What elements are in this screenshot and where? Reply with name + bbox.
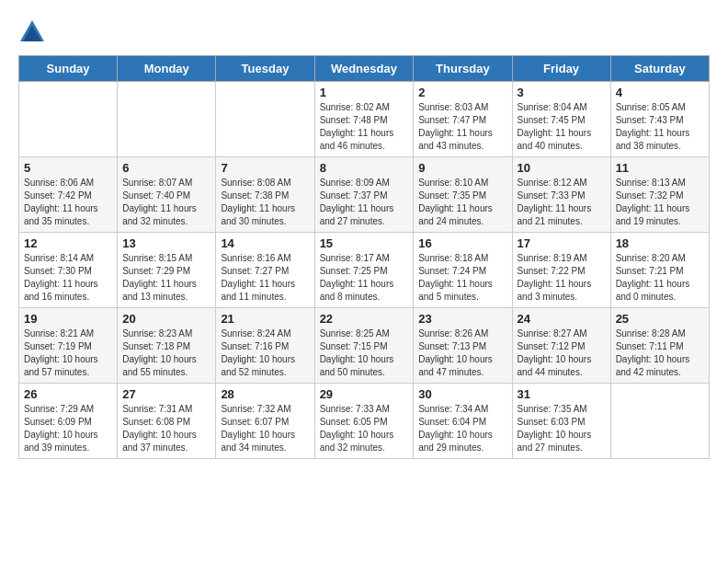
day-info: Sunrise: 8:20 AM Sunset: 7:21 PM Dayligh… [616,252,704,304]
calendar-cell: 30Sunrise: 7:34 AM Sunset: 6:04 PM Dayli… [414,384,512,459]
day-number: 13 [122,236,210,250]
calendar-cell: 18Sunrise: 8:20 AM Sunset: 7:21 PM Dayli… [610,233,709,308]
day-info: Sunrise: 8:10 AM Sunset: 7:35 PM Dayligh… [418,177,506,228]
calendar-week-row: 19Sunrise: 8:21 AM Sunset: 7:19 PM Dayli… [19,308,710,384]
calendar-cell: 14Sunrise: 8:16 AM Sunset: 7:27 PM Dayli… [216,233,314,308]
day-info: Sunrise: 8:28 AM Sunset: 7:11 PM Dayligh… [616,327,704,379]
day-info: Sunrise: 8:05 AM Sunset: 7:43 PM Dayligh… [616,101,704,153]
day-of-week-header: Thursday [414,56,512,82]
calendar-cell: 2Sunrise: 8:03 AM Sunset: 7:47 PM Daylig… [414,82,512,157]
day-number: 2 [418,86,506,99]
day-info: Sunrise: 8:13 AM Sunset: 7:32 PM Dayligh… [616,177,704,228]
day-number: 12 [24,236,112,250]
day-number: 4 [616,86,704,99]
day-number: 10 [518,161,606,175]
calendar-cell [118,82,216,157]
calendar: SundayMondayTuesdayWednesdayThursdayFrid… [18,55,710,459]
calendar-cell: 4Sunrise: 8:05 AM Sunset: 7:43 PM Daylig… [610,82,709,157]
day-number: 17 [518,236,606,250]
calendar-cell: 6Sunrise: 8:07 AM Sunset: 7:40 PM Daylig… [118,157,216,233]
calendar-cell: 10Sunrise: 8:12 AM Sunset: 7:33 PM Dayli… [512,157,610,233]
day-info: Sunrise: 8:23 AM Sunset: 7:18 PM Dayligh… [122,327,210,379]
logo-icon [18,18,46,46]
calendar-cell: 15Sunrise: 8:17 AM Sunset: 7:25 PM Dayli… [314,233,414,308]
day-info: Sunrise: 8:21 AM Sunset: 7:19 PM Dayligh… [24,327,112,379]
day-info: Sunrise: 7:29 AM Sunset: 6:09 PM Dayligh… [24,403,112,454]
calendar-cell: 28Sunrise: 7:32 AM Sunset: 6:07 PM Dayli… [216,384,314,459]
day-number: 31 [518,387,606,401]
calendar-cell [610,384,709,459]
calendar-week-row: 12Sunrise: 8:14 AM Sunset: 7:30 PM Dayli… [19,233,710,308]
calendar-cell: 22Sunrise: 8:25 AM Sunset: 7:15 PM Dayli… [314,308,414,384]
calendar-cell: 24Sunrise: 8:27 AM Sunset: 7:12 PM Dayli… [512,308,610,384]
day-info: Sunrise: 8:15 AM Sunset: 7:29 PM Dayligh… [122,252,210,304]
calendar-week-row: 26Sunrise: 7:29 AM Sunset: 6:09 PM Dayli… [19,384,710,459]
calendar-cell: 7Sunrise: 8:08 AM Sunset: 7:38 PM Daylig… [216,157,314,233]
calendar-cell: 5Sunrise: 8:06 AM Sunset: 7:42 PM Daylig… [19,157,118,233]
day-number: 3 [518,86,606,99]
day-number: 29 [320,387,409,401]
day-number: 8 [320,161,409,175]
calendar-cell: 29Sunrise: 7:33 AM Sunset: 6:05 PM Dayli… [314,384,414,459]
day-info: Sunrise: 7:33 AM Sunset: 6:05 PM Dayligh… [320,403,409,454]
day-number: 6 [122,161,210,175]
day-info: Sunrise: 8:16 AM Sunset: 7:27 PM Dayligh… [221,252,309,304]
day-info: Sunrise: 8:07 AM Sunset: 7:40 PM Dayligh… [122,177,210,228]
day-info: Sunrise: 7:31 AM Sunset: 6:08 PM Dayligh… [122,403,210,454]
day-of-week-header: Saturday [610,56,709,82]
day-info: Sunrise: 8:06 AM Sunset: 7:42 PM Dayligh… [24,177,112,228]
day-info: Sunrise: 8:27 AM Sunset: 7:12 PM Dayligh… [518,327,606,379]
day-number: 25 [616,312,704,326]
day-info: Sunrise: 8:18 AM Sunset: 7:24 PM Dayligh… [418,252,506,304]
day-number: 20 [122,312,210,326]
day-of-week-header: Sunday [19,56,118,82]
header [18,18,710,46]
day-number: 1 [320,86,409,99]
day-number: 5 [24,161,112,175]
calendar-cell: 16Sunrise: 8:18 AM Sunset: 7:24 PM Dayli… [414,233,512,308]
day-number: 7 [221,161,309,175]
calendar-cell: 31Sunrise: 7:35 AM Sunset: 6:03 PM Dayli… [512,384,610,459]
calendar-cell: 19Sunrise: 8:21 AM Sunset: 7:19 PM Dayli… [19,308,118,384]
calendar-week-row: 1Sunrise: 8:02 AM Sunset: 7:48 PM Daylig… [19,82,710,157]
day-info: Sunrise: 8:24 AM Sunset: 7:16 PM Dayligh… [221,327,309,379]
day-info: Sunrise: 8:19 AM Sunset: 7:22 PM Dayligh… [518,252,606,304]
day-info: Sunrise: 8:03 AM Sunset: 7:47 PM Dayligh… [418,101,506,153]
day-info: Sunrise: 7:35 AM Sunset: 6:03 PM Dayligh… [518,403,606,454]
day-number: 19 [24,312,112,326]
calendar-cell: 27Sunrise: 7:31 AM Sunset: 6:08 PM Dayli… [118,384,216,459]
calendar-cell: 17Sunrise: 8:19 AM Sunset: 7:22 PM Dayli… [512,233,610,308]
day-info: Sunrise: 8:12 AM Sunset: 7:33 PM Dayligh… [518,177,606,228]
logo [18,18,50,46]
day-number: 9 [418,161,506,175]
calendar-cell: 8Sunrise: 8:09 AM Sunset: 7:37 PM Daylig… [314,157,414,233]
calendar-cell: 26Sunrise: 7:29 AM Sunset: 6:09 PM Dayli… [19,384,118,459]
day-of-week-header: Monday [118,56,216,82]
day-info: Sunrise: 8:08 AM Sunset: 7:38 PM Dayligh… [221,177,309,228]
day-number: 24 [518,312,606,326]
day-info: Sunrise: 7:32 AM Sunset: 6:07 PM Dayligh… [221,403,309,454]
day-info: Sunrise: 8:14 AM Sunset: 7:30 PM Dayligh… [24,252,112,304]
day-of-week-header: Tuesday [216,56,314,82]
calendar-week-row: 5Sunrise: 8:06 AM Sunset: 7:42 PM Daylig… [19,157,710,233]
day-number: 27 [122,387,210,401]
day-number: 14 [221,236,309,250]
day-number: 26 [24,387,112,401]
calendar-cell: 25Sunrise: 8:28 AM Sunset: 7:11 PM Dayli… [610,308,709,384]
calendar-cell: 9Sunrise: 8:10 AM Sunset: 7:35 PM Daylig… [414,157,512,233]
calendar-cell: 20Sunrise: 8:23 AM Sunset: 7:18 PM Dayli… [118,308,216,384]
day-number: 22 [320,312,409,326]
day-number: 11 [616,161,704,175]
day-info: Sunrise: 8:09 AM Sunset: 7:37 PM Dayligh… [320,177,409,228]
calendar-cell [19,82,118,157]
day-number: 15 [320,236,409,250]
calendar-cell: 21Sunrise: 8:24 AM Sunset: 7:16 PM Dayli… [216,308,314,384]
day-number: 28 [221,387,309,401]
calendar-header-row: SundayMondayTuesdayWednesdayThursdayFrid… [19,56,710,82]
calendar-cell: 13Sunrise: 8:15 AM Sunset: 7:29 PM Dayli… [118,233,216,308]
day-info: Sunrise: 8:04 AM Sunset: 7:45 PM Dayligh… [518,101,606,153]
day-info: Sunrise: 7:34 AM Sunset: 6:04 PM Dayligh… [418,403,506,454]
day-info: Sunrise: 8:26 AM Sunset: 7:13 PM Dayligh… [418,327,506,379]
day-number: 21 [221,312,309,326]
calendar-cell: 1Sunrise: 8:02 AM Sunset: 7:48 PM Daylig… [314,82,414,157]
